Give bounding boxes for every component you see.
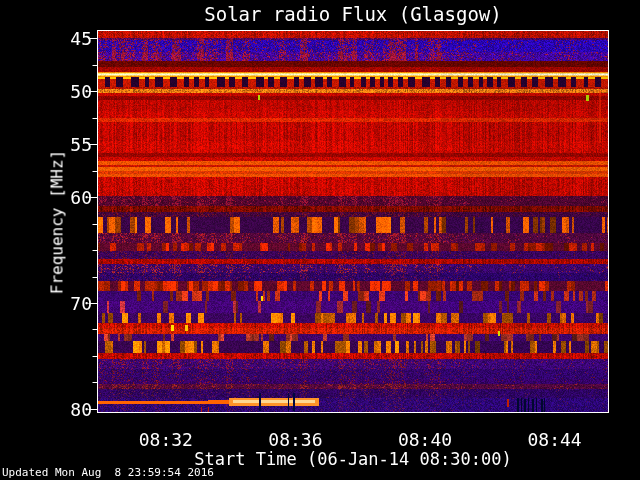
y-tick-label: 60 <box>38 187 92 208</box>
x-tick-label: 08:44 <box>510 429 600 450</box>
spectrogram-window: Solar radio Flux (Glasgow) Frequency [MH… <box>0 0 640 480</box>
y-tick-label: 50 <box>38 81 92 102</box>
y-axis-label: Frequency [MHz] <box>48 150 67 295</box>
y-tick-label: 55 <box>38 134 92 155</box>
chart-title: Solar radio Flux (Glasgow) <box>97 3 609 25</box>
spectrogram-canvas <box>98 31 608 412</box>
y-tick-label: 80 <box>38 399 92 420</box>
y-tick-label: 70 <box>38 293 92 314</box>
y-tick-label: 45 <box>38 28 92 49</box>
update-timestamp: Updated Mon Aug 8 23:59:54 2016 <box>2 466 214 479</box>
x-tick-label: 08:40 <box>380 429 470 450</box>
x-tick-label: 08:32 <box>121 429 211 450</box>
x-tick-label: 08:36 <box>250 429 340 450</box>
